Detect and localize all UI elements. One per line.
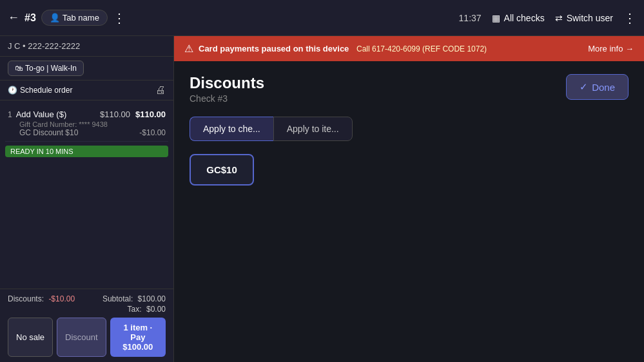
order-type-row: 🛍 To-go | Walk-In xyxy=(0,57,173,81)
pay-button[interactable]: 1 item · Pay $100.00 xyxy=(110,318,166,357)
customer-info: J C • 222-222-2222 xyxy=(0,36,173,57)
discount-amount: -$10.00 xyxy=(139,128,166,137)
item-total: $110.00 xyxy=(135,110,166,119)
discounts-content: Discounts Check #3 ✓ Done Apply to che..… xyxy=(174,61,644,362)
alert-banner: ⚠ Card payments paused on this device Ca… xyxy=(174,36,644,61)
discount-name: GC Discount $10 xyxy=(19,128,78,137)
bag-icon: 🛍 xyxy=(15,64,23,73)
alert-subtitle: Call 617-420-6099 (REF CODE 1072) xyxy=(356,44,487,53)
right-more-options-button[interactable]: ⋮ xyxy=(623,10,636,26)
alert-title: Card payments paused on this device xyxy=(199,44,349,53)
top-bar-right: 11:37 ▦ All checks ⇄ Switch user ⋮ xyxy=(459,10,636,26)
tax-row: Tax: $0.00 xyxy=(128,305,166,314)
tab-name-label: Tab name xyxy=(63,13,99,23)
warning-icon: ⚠ xyxy=(184,43,193,55)
main-layout: J C • 222-222-2222 🛍 To-go | Walk-In 🕐 S… xyxy=(0,36,644,362)
switch-user-label: Switch user xyxy=(567,13,613,23)
more-options-button[interactable]: ⋮ xyxy=(113,10,126,26)
all-checks-label: All checks xyxy=(504,13,545,23)
checks-icon: ▦ xyxy=(492,13,500,23)
tax-value: $0.00 xyxy=(146,305,166,314)
discounts-subtitle: Check #3 xyxy=(190,93,264,104)
switch-user-button[interactable]: ⇄ Switch user xyxy=(555,13,613,23)
totals-right: Subtotal: $100.00 Tax: $0.00 xyxy=(102,294,166,314)
no-sale-button[interactable]: No sale xyxy=(8,318,53,357)
item-discount: GC Discount $10 -$10.00 xyxy=(8,128,166,137)
tab-name-button[interactable]: 👤 Tab name xyxy=(41,10,108,26)
tax-label: Tax: xyxy=(128,305,142,314)
ready-badge: READY IN 10 MINS xyxy=(5,146,168,157)
alert-text: Card payments paused on this device Call… xyxy=(199,44,487,53)
discounts-value: -$10.00 xyxy=(48,294,75,303)
discounts-header: Discounts Check #3 ✓ Done xyxy=(190,74,629,104)
discount-card-gc10[interactable]: GC$10 xyxy=(190,154,254,186)
schedule-label: Schedule order xyxy=(20,86,72,95)
item-detail: Gift Card Number: **** 9438 xyxy=(8,120,166,128)
item-qty: 1 xyxy=(8,110,12,119)
back-button[interactable]: ← xyxy=(8,11,19,24)
time-display: 11:37 xyxy=(459,13,482,23)
discounts-label: Discounts: xyxy=(8,294,44,303)
subtotal-row: Subtotal: $100.00 xyxy=(102,294,166,303)
switch-icon: ⇄ xyxy=(555,13,563,23)
right-panel: ⚠ Card payments paused on this device Ca… xyxy=(174,36,644,362)
item-name: Add Value ($) xyxy=(16,110,100,119)
top-bar: ← #3 👤 Tab name ⋮ 11:37 ▦ All checks ⇄ S… xyxy=(0,0,644,36)
order-items: 1 Add Value ($) $110.00 $110.00 Gift Car… xyxy=(0,100,173,289)
clock-icon: 🕐 xyxy=(8,86,17,95)
order-item-row: 1 Add Value ($) $110.00 $110.00 xyxy=(8,110,166,119)
person-icon: 👤 xyxy=(50,13,60,23)
totals-row: Discounts: -$10.00 Subtotal: $100.00 Tax… xyxy=(8,294,166,314)
alert-left: ⚠ Card payments paused on this device Ca… xyxy=(184,43,487,55)
checkmark-icon: ✓ xyxy=(580,81,588,93)
schedule-row: 🕐 Schedule order 🖨 xyxy=(0,81,173,100)
apply-to-item-tab[interactable]: Apply to ite... xyxy=(273,117,353,141)
done-label: Done xyxy=(592,82,615,93)
order-type-button[interactable]: 🛍 To-go | Walk-In xyxy=(8,61,84,76)
action-buttons: No sale Discount 1 item · Pay $100.00 xyxy=(8,318,166,357)
schedule-button[interactable]: 🕐 Schedule order xyxy=(8,86,72,95)
check-number: #3 xyxy=(24,12,36,24)
apply-tabs: Apply to che... Apply to ite... xyxy=(190,117,629,141)
discount-button[interactable]: Discount xyxy=(57,318,106,357)
bottom-panel: Discounts: -$10.00 Subtotal: $100.00 Tax… xyxy=(0,289,173,362)
done-button[interactable]: ✓ Done xyxy=(566,74,629,100)
discounts-title: Discounts xyxy=(190,74,264,92)
subtotal-value: $100.00 xyxy=(138,294,166,303)
discount-cards: GC$10 xyxy=(190,154,629,186)
totals-left: Discounts: -$10.00 xyxy=(8,294,75,314)
top-bar-left: ← #3 👤 Tab name ⋮ xyxy=(8,10,126,26)
item-price: $110.00 xyxy=(100,110,130,119)
discounts-label-row: Discounts: -$10.00 xyxy=(8,294,75,303)
left-panel: J C • 222-222-2222 🛍 To-go | Walk-In 🕐 S… xyxy=(0,36,174,362)
all-checks-button[interactable]: ▦ All checks xyxy=(492,13,545,23)
subtotal-label: Subtotal: xyxy=(102,294,133,303)
print-button[interactable]: 🖨 xyxy=(155,84,166,96)
order-type-label: To-go | Walk-In xyxy=(25,64,77,73)
apply-to-check-tab[interactable]: Apply to che... xyxy=(190,117,273,141)
discounts-title-block: Discounts Check #3 xyxy=(190,74,264,104)
order-item: 1 Add Value ($) $110.00 $110.00 Gift Car… xyxy=(5,106,168,142)
more-info-button[interactable]: More info → xyxy=(588,44,634,53)
